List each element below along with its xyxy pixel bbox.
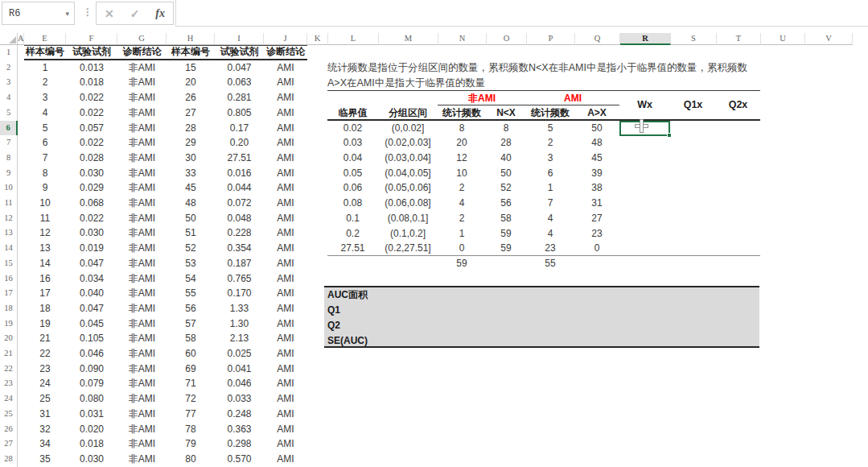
column-header-cell[interactable]: N <box>438 33 487 45</box>
cell[interactable]: 8 <box>24 166 66 181</box>
cell[interactable]: 非AMI <box>117 407 167 422</box>
cell[interactable]: 7 <box>526 196 574 211</box>
cell[interactable]: AMI <box>264 105 307 121</box>
cell[interactable]: 0.17 <box>215 121 264 136</box>
cell[interactable]: 非AMI <box>117 362 167 377</box>
cell[interactable]: AMI <box>264 151 307 166</box>
cell[interactable]: 2.13 <box>215 331 264 346</box>
cell[interactable]: AMI <box>264 225 307 241</box>
cell[interactable]: AMI <box>264 241 307 256</box>
header-wx[interactable]: Wx <box>619 90 670 120</box>
cell[interactable]: 0.170 <box>215 286 264 301</box>
cell[interactable]: 非AMI <box>117 376 167 391</box>
cell[interactable]: 21 <box>24 331 66 346</box>
cell[interactable]: 79 <box>167 436 215 452</box>
cell[interactable]: 45 <box>574 151 619 166</box>
cell[interactable]: AMI <box>264 362 307 377</box>
cell[interactable]: 0.105 <box>66 331 117 346</box>
cell[interactable]: 非AMI <box>117 436 167 452</box>
row-header-cell[interactable]: 7 <box>0 135 18 151</box>
cell[interactable]: 非AMI <box>117 331 167 346</box>
cell[interactable]: 52 <box>486 180 526 196</box>
cell[interactable]: 非AMI <box>117 211 167 226</box>
cell[interactable]: 48 <box>574 135 619 151</box>
cell[interactable]: 0.030 <box>66 166 117 181</box>
cell[interactable]: 59 <box>486 241 526 255</box>
cell[interactable]: AMI <box>264 271 307 287</box>
cell[interactable]: 20 <box>438 135 486 151</box>
cell[interactable]: 50 <box>486 166 526 181</box>
cell[interactable]: AMI <box>264 452 307 467</box>
cell[interactable]: 0.044 <box>215 180 264 196</box>
header-cutoff[interactable]: 临界值 <box>327 105 378 119</box>
cell[interactable]: 非AMI <box>117 271 167 287</box>
cell[interactable]: 0.047 <box>215 60 264 76</box>
cell[interactable]: 0.298 <box>215 436 264 452</box>
cell[interactable]: 0.079 <box>66 376 117 391</box>
cell[interactable]: 0.20 <box>215 135 264 151</box>
cell[interactable]: 非AMI <box>117 180 167 196</box>
cell[interactable]: 4 <box>24 105 66 121</box>
cell[interactable]: 0.2 <box>327 226 378 242</box>
row-header-cell[interactable]: 20 <box>0 331 18 346</box>
cell[interactable]: 0.765 <box>215 271 264 287</box>
cell[interactable]: 72 <box>167 391 215 407</box>
cell[interactable]: 77 <box>167 407 215 422</box>
cell[interactable]: 0.570 <box>215 452 264 467</box>
cell[interactable]: 0.03 <box>327 135 378 151</box>
cell[interactable]: 24 <box>24 376 66 391</box>
cell[interactable]: 58 <box>167 331 215 346</box>
cell[interactable]: 0.041 <box>215 362 264 377</box>
cell[interactable]: 35 <box>24 452 66 467</box>
cell[interactable]: 59 <box>486 226 526 242</box>
cell[interactable]: 13 <box>24 241 66 256</box>
column-header-cell[interactable]: K <box>307 33 328 45</box>
cell[interactable]: 53 <box>167 256 215 271</box>
cell[interactable]: 26 <box>167 90 215 105</box>
cell[interactable]: 69 <box>167 362 215 377</box>
cell[interactable]: 16 <box>24 271 66 287</box>
name-box[interactable]: R6 ▾ <box>2 2 75 25</box>
cell[interactable]: 0.022 <box>66 135 117 151</box>
cell[interactable]: AMI <box>264 75 307 90</box>
cell[interactable]: AMI <box>264 301 307 316</box>
cell[interactable]: 非AMI <box>117 241 167 256</box>
cell[interactable]: 0.363 <box>215 422 264 437</box>
cell[interactable]: 0.08 <box>327 196 378 211</box>
cell[interactable]: 0.1 <box>327 211 378 226</box>
cell[interactable]: 0 <box>438 241 486 255</box>
cell[interactable]: 54 <box>167 271 215 287</box>
cell[interactable]: 0.02 <box>327 121 378 136</box>
summary-row-label[interactable]: SE(AUC) <box>324 333 759 349</box>
cell[interactable]: 27 <box>574 211 619 226</box>
cell[interactable]: AMI <box>264 211 307 226</box>
summary-row-label[interactable]: Q2 <box>324 318 759 333</box>
cell[interactable]: 非AMI <box>117 316 167 332</box>
cell[interactable]: AMI <box>264 90 307 105</box>
cell[interactable]: 20 <box>167 75 215 90</box>
cell[interactable]: 28 <box>486 135 526 151</box>
cell[interactable]: AMI <box>264 422 307 437</box>
column-header-cell[interactable]: J <box>264 33 307 45</box>
row-header-cell[interactable]: 22 <box>0 362 18 377</box>
cell[interactable]: 7 <box>24 151 66 166</box>
cell[interactable]: 0.034 <box>66 271 117 287</box>
cell[interactable]: 6 <box>526 166 574 181</box>
cell[interactable]: 50 <box>167 211 215 226</box>
cell[interactable]: 非AMI <box>117 166 167 181</box>
cell[interactable]: 19 <box>24 316 66 332</box>
cell[interactable]: 56 <box>167 301 215 316</box>
column-header-cell[interactable]: I <box>215 33 264 45</box>
cell[interactable]: 17 <box>24 286 66 301</box>
cell[interactable]: 0.013 <box>66 60 117 76</box>
row-header-cell[interactable]: 2 <box>0 60 18 76</box>
cell[interactable]: 0 <box>574 241 619 255</box>
cell[interactable]: 非AMI <box>117 60 167 76</box>
cell[interactable]: 57 <box>167 316 215 332</box>
cell[interactable]: 12 <box>438 151 486 166</box>
cell[interactable]: 0.020 <box>66 422 117 437</box>
row-header-cell[interactable]: 24 <box>0 391 18 407</box>
cell[interactable]: (0.06,0.08] <box>378 196 438 211</box>
row-header-cell[interactable]: 14 <box>0 241 18 256</box>
cell[interactable]: 23 <box>574 226 619 242</box>
